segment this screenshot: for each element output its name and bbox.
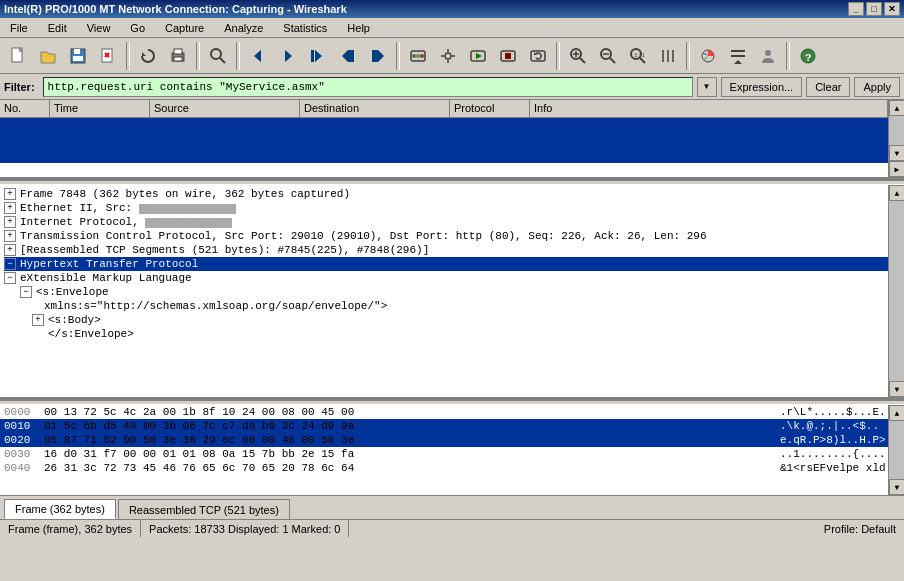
tab-frame[interactable]: Frame (362 bytes) [4, 499, 116, 519]
hex-row-0030[interactable]: 0030 16 d0 31 f7 00 00 01 01 08 0a 15 7b… [0, 447, 904, 461]
selected-packet-row[interactable] [0, 118, 888, 163]
maximize-button[interactable]: □ [866, 2, 882, 16]
scroll-down-btn[interactable]: ▼ [889, 145, 904, 161]
detail-ethernet-text: Ethernet II, Src: REDACTED_MAC_ADDRE [20, 202, 236, 214]
new-file-button[interactable] [4, 42, 32, 70]
title-text: Intel(R) PRO/1000 MT Network Connection:… [4, 3, 347, 15]
svg-point-53 [765, 50, 771, 56]
filter-label: Filter: [4, 81, 35, 93]
first-packet-button[interactable] [334, 42, 362, 70]
detail-scrollbar[interactable]: ▲ ▼ [888, 185, 904, 397]
svg-rect-18 [348, 50, 354, 62]
svg-rect-51 [731, 55, 745, 57]
status-bar: Frame (frame), 362 bytes Packets: 18733 … [0, 519, 904, 537]
go-back-button[interactable] [244, 42, 272, 70]
hex-scroll-down[interactable]: ▼ [889, 479, 904, 495]
filter-dropdown-button[interactable]: ▼ [697, 77, 717, 97]
save-file-button[interactable] [64, 42, 92, 70]
menu-go[interactable]: Go [124, 20, 151, 36]
menu-file[interactable]: File [4, 20, 34, 36]
expand-http[interactable]: − [4, 258, 16, 270]
detail-row-reassembled[interactable]: + [Reassembled TCP Segments (521 bytes):… [4, 243, 900, 257]
goto-button[interactable] [304, 42, 332, 70]
scroll-up-btn[interactable]: ▲ [889, 100, 904, 116]
expand-tcp[interactable]: + [4, 230, 16, 242]
menu-view[interactable]: View [81, 20, 117, 36]
detail-row-tcp[interactable]: + Transmission Control Protocol, Src Por… [4, 229, 900, 243]
detail-row-body[interactable]: + <s:Body> [4, 313, 900, 327]
detail-scroll-track[interactable] [889, 201, 904, 381]
close-file-button[interactable] [94, 42, 122, 70]
capture-stop-button[interactable] [494, 42, 522, 70]
print-button[interactable] [164, 42, 192, 70]
menu-help[interactable]: Help [341, 20, 376, 36]
svg-line-37 [580, 58, 585, 63]
packet-list-scrollbar[interactable]: ▲ ▼ ▶ [888, 100, 904, 177]
tab-reassembled[interactable]: Reassembled TCP (521 bytes) [118, 499, 290, 519]
menu-edit[interactable]: Edit [42, 20, 73, 36]
filter-input[interactable] [43, 77, 693, 97]
expand-body[interactable]: + [32, 314, 44, 326]
zoom-out-button[interactable] [594, 42, 622, 70]
packet-list-pane: No. Time Source Destination Protocol Inf… [0, 100, 904, 180]
svg-point-22 [412, 54, 416, 58]
capture-interfaces-button[interactable] [404, 42, 432, 70]
last-packet-button[interactable] [364, 42, 392, 70]
expand-xml[interactable]: − [4, 272, 16, 284]
go-forward-button[interactable] [274, 42, 302, 70]
detail-row-frame[interactable]: + Frame 7848 (362 bytes on wire, 362 byt… [4, 187, 900, 201]
resize-columns-button[interactable] [654, 42, 682, 70]
capture-restart-button[interactable] [524, 42, 552, 70]
detail-row-envelope[interactable]: − <s:Envelope [4, 285, 900, 299]
colorize-button[interactable] [694, 42, 722, 70]
minimize-button[interactable]: _ [848, 2, 864, 16]
menu-capture[interactable]: Capture [159, 20, 210, 36]
hex-row-0040[interactable]: 0040 26 31 3c 72 73 45 46 76 65 6c 70 65… [0, 461, 904, 475]
hex-scrollbar[interactable]: ▲ ▼ [888, 405, 904, 495]
hex-bytes-0040: 26 31 3c 72 73 45 46 76 65 6c 70 65 20 7… [44, 462, 776, 474]
hex-row-0010[interactable]: 0010 01 5c 6b d5 40 00 3b 06 7c c7 da b9… [0, 419, 904, 433]
expand-frame[interactable]: + [4, 188, 16, 200]
expand-ethernet[interactable]: + [4, 202, 16, 214]
find-button[interactable] [204, 42, 232, 70]
svg-rect-20 [372, 50, 378, 62]
reload-button[interactable] [134, 42, 162, 70]
hex-row-0000[interactable]: 0000 00 13 72 5c 4c 2a 00 1b 8f 10 24 00… [0, 405, 904, 419]
hex-bytes-0020: 65 87 71 52 00 50 3e 38 29 6c 00 00 48 0… [44, 434, 776, 446]
col-header-no: No. [0, 100, 50, 117]
col-header-proto: Protocol [450, 100, 530, 117]
scroll-track[interactable] [889, 116, 904, 145]
svg-text:?: ? [805, 52, 812, 64]
hex-scroll-up[interactable]: ▲ [889, 405, 904, 421]
expand-envelope[interactable]: − [20, 286, 32, 298]
open-file-button[interactable] [34, 42, 62, 70]
detail-http-text: Hypertext Transfer Protocol [20, 258, 198, 270]
auto-scroll-button[interactable] [724, 42, 752, 70]
toolbar-sep-4 [396, 42, 400, 70]
expand-ip[interactable]: + [4, 216, 16, 228]
toolbar-sep-3 [236, 42, 240, 70]
hex-scroll-track[interactable] [889, 421, 904, 479]
detail-row-ip[interactable]: + Internet Protocol, REDACTED_IP_INFO [4, 215, 900, 229]
expand-reassembled[interactable]: + [4, 244, 16, 256]
capture-start-button[interactable] [464, 42, 492, 70]
clear-button[interactable]: Clear [806, 77, 850, 97]
scroll-right-btn[interactable]: ▶ [889, 161, 904, 177]
detail-row-http[interactable]: − Hypertext Transfer Protocol [4, 257, 900, 271]
expression-button[interactable]: Expression... [721, 77, 803, 97]
zoom-normal-button[interactable]: 1:1 [624, 42, 652, 70]
svg-rect-3 [73, 56, 83, 61]
menu-statistics[interactable]: Statistics [277, 20, 333, 36]
help-button[interactable]: ? [794, 42, 822, 70]
capture-options-button[interactable] [434, 42, 462, 70]
edit-profile-button[interactable] [754, 42, 782, 70]
hex-row-0020[interactable]: 0020 65 87 71 52 00 50 3e 38 29 6c 00 00… [0, 433, 904, 447]
detail-row-ethernet[interactable]: + Ethernet II, Src: REDACTED_MAC_ADDRE [4, 201, 900, 215]
detail-scroll-up[interactable]: ▲ [889, 185, 904, 201]
detail-scroll-down[interactable]: ▼ [889, 381, 904, 397]
zoom-in-button[interactable] [564, 42, 592, 70]
detail-row-xml[interactable]: − eXtensible Markup Language [4, 271, 900, 285]
close-button[interactable]: ✕ [884, 2, 900, 16]
menu-analyze[interactable]: Analyze [218, 20, 269, 36]
apply-button[interactable]: Apply [854, 77, 900, 97]
